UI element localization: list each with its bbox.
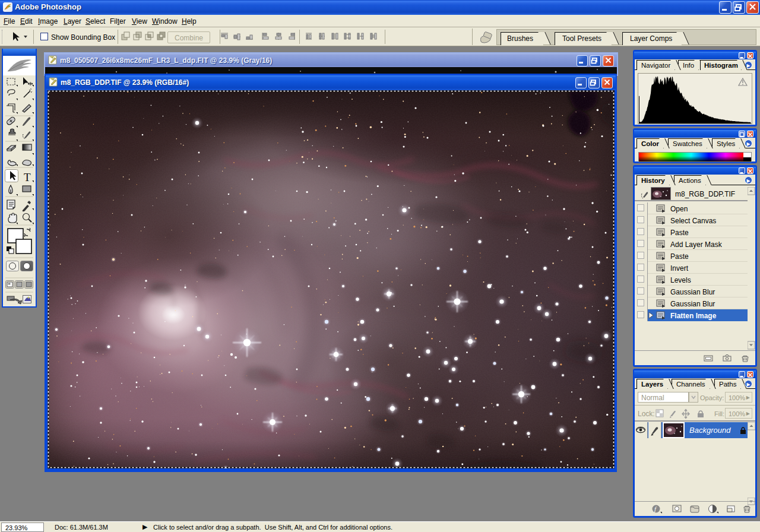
- svg-text:T: T: [24, 171, 31, 183]
